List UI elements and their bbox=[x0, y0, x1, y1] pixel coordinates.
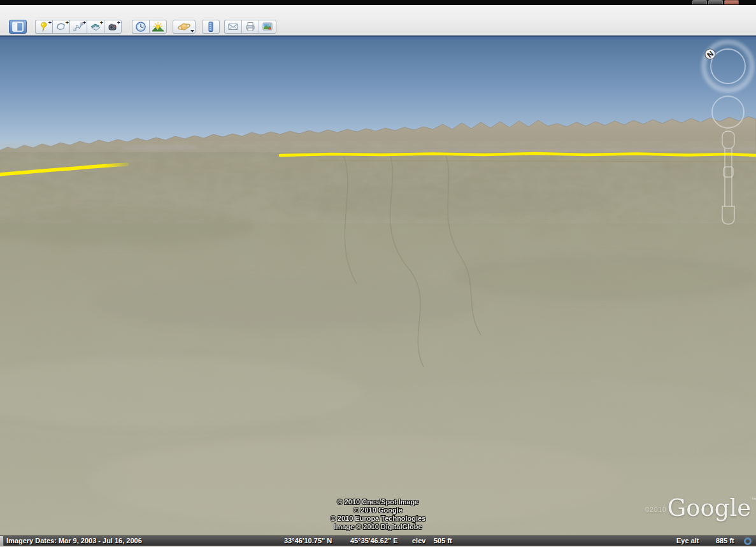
plus-badge: + bbox=[100, 20, 103, 25]
copyright-line: Image © 2010 DigitalGlobe bbox=[331, 523, 426, 531]
copyright-line: © 2010 Google bbox=[331, 506, 426, 515]
latitude-readout: 33°46'10.75" N bbox=[284, 537, 332, 544]
add-placemark-button[interactable]: + bbox=[35, 20, 52, 34]
elevation-value: 505 ft bbox=[434, 537, 452, 544]
toggle-sidebar-button[interactable] bbox=[9, 20, 27, 34]
map-viewport[interactable]: N © 2010 Cnes/Spot Image © 2010 Google ©… bbox=[0, 36, 756, 536]
plus-badge: + bbox=[83, 20, 86, 25]
map-copyright: © 2010 Cnes/Spot Image © 2010 Google © 2… bbox=[331, 498, 426, 531]
envelope-icon bbox=[227, 21, 239, 32]
window-title-bar[interactable] bbox=[0, 0, 756, 5]
switch-planet-button[interactable] bbox=[173, 20, 196, 34]
plus-badge: + bbox=[48, 20, 52, 25]
streaming-indicator-icon bbox=[744, 537, 752, 545]
minimize-button[interactable] bbox=[692, 0, 707, 4]
plus-badge: + bbox=[117, 20, 120, 25]
longitude-readout: 45°35'46.62" E bbox=[350, 537, 398, 544]
sunlight-button[interactable] bbox=[149, 20, 167, 34]
maximize-button[interactable] bbox=[708, 0, 723, 4]
dropdown-arrow-icon bbox=[190, 30, 194, 32]
trademark-symbol: ™ bbox=[751, 497, 756, 503]
statusbar-grip bbox=[0, 536, 4, 546]
ruler-button[interactable] bbox=[202, 20, 220, 34]
add-polygon-button[interactable]: + bbox=[52, 20, 69, 34]
border-line-right bbox=[280, 153, 756, 155]
copyright-line: © 2010 Europa Technologies bbox=[331, 515, 426, 523]
clock-icon bbox=[135, 21, 146, 32]
status-bar: Imagery Dates: Mar 9, 2003 - Jul 16, 200… bbox=[0, 536, 756, 546]
main-toolbar: + + + bbox=[0, 18, 756, 36]
sun-terrain-icon bbox=[152, 21, 164, 32]
sidebar-panel-icon bbox=[12, 22, 24, 32]
add-image-overlay-button[interactable]: + bbox=[87, 20, 104, 34]
record-tour-button[interactable]: + bbox=[104, 20, 122, 34]
historical-imagery-button[interactable] bbox=[132, 20, 149, 34]
saturn-icon bbox=[177, 21, 191, 32]
image-icon bbox=[262, 21, 273, 32]
terrain-render: N bbox=[0, 36, 756, 536]
google-watermark: ©2010Google™ bbox=[645, 494, 756, 522]
ruler-icon bbox=[205, 21, 217, 32]
imagery-dates: Imagery Dates: Mar 9, 2003 - Jul 16, 200… bbox=[6, 537, 142, 544]
save-image-button[interactable] bbox=[259, 20, 276, 34]
menu-strip bbox=[0, 5, 756, 18]
window-controls bbox=[692, 0, 739, 4]
eye-altitude-value: 885 ft bbox=[716, 537, 734, 544]
eye-altitude-label: Eye alt bbox=[676, 537, 699, 544]
plus-badge: + bbox=[66, 20, 69, 25]
elevation-label: elev bbox=[412, 537, 425, 544]
email-button[interactable] bbox=[224, 20, 241, 34]
close-button[interactable] bbox=[724, 0, 739, 4]
print-button[interactable] bbox=[241, 20, 259, 34]
printer-icon bbox=[245, 21, 256, 32]
add-path-button[interactable]: + bbox=[69, 20, 87, 34]
watermark-year: ©2010 bbox=[645, 506, 667, 513]
google-logo: Google bbox=[667, 494, 752, 522]
copyright-line: © 2010 Cnes/Spot Image bbox=[331, 498, 426, 506]
